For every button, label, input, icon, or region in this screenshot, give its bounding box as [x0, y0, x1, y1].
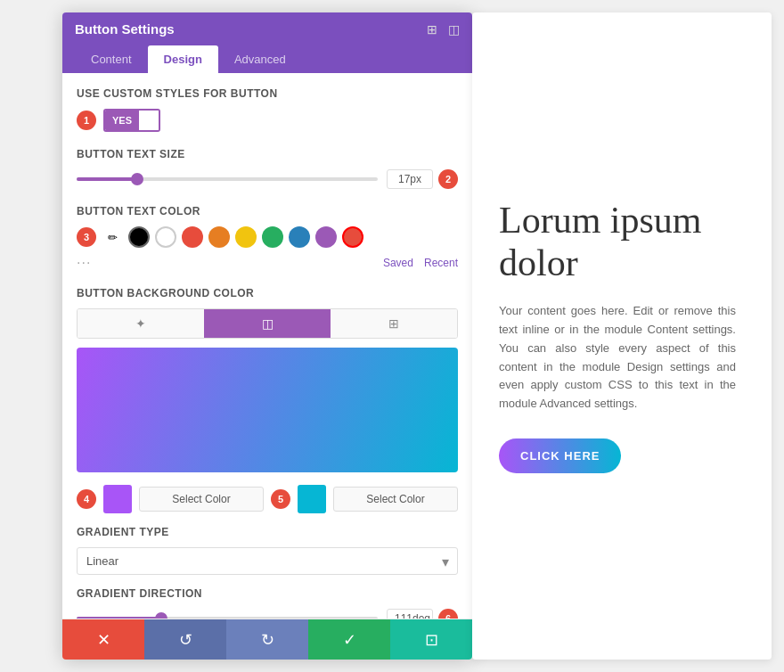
- undo-button[interactable]: ↺: [144, 619, 226, 660]
- redo-button[interactable]: ↻: [226, 619, 308, 660]
- toggle-yes[interactable]: YES: [105, 111, 139, 130]
- bg-tab-gradient[interactable]: ◫: [204, 309, 331, 338]
- color-pencil-icon[interactable]: ✏: [102, 226, 123, 248]
- swatch-white[interactable]: [155, 226, 176, 248]
- step-badge-2: 2: [438, 169, 458, 189]
- gradient-type-section: Gradient Type Linear Radial: [77, 526, 458, 575]
- panel-title: Button Settings: [75, 21, 175, 37]
- expand-icon[interactable]: ⊞: [427, 22, 437, 37]
- saved-link[interactable]: Saved: [383, 257, 413, 269]
- gradient-type-label: Gradient Type: [77, 526, 458, 538]
- split-icon[interactable]: ◫: [448, 22, 460, 37]
- toggle-no[interactable]: [139, 111, 159, 130]
- color-stop-row: 4 Select Color 5 Select Color: [77, 485, 458, 513]
- color-stop-swatch-2[interactable]: [298, 485, 326, 513]
- custom-styles-toggle[interactable]: YES: [103, 109, 160, 132]
- preview-button[interactable]: CLICK HERE: [499, 438, 621, 473]
- bg-tab-image[interactable]: ⊞: [331, 309, 457, 338]
- panel-header-icons: ⊞ ◫: [427, 22, 460, 37]
- step-badge-1: 1: [77, 111, 96, 130]
- color-dots[interactable]: ···: [77, 255, 91, 271]
- text-color-label: Button Text Color: [77, 205, 458, 217]
- settings-panel: Button Settings ⊞ ◫ Content Design Advan…: [62, 12, 472, 660]
- preview-heading: Lorum ipsum dolor: [499, 199, 736, 284]
- color-stop-btn-2[interactable]: Select Color: [333, 487, 458, 512]
- color-stop-swatch-1[interactable]: [103, 485, 132, 513]
- panel-header: Button Settings ⊞ ◫: [62, 12, 472, 45]
- swatch-yellow[interactable]: [235, 226, 257, 248]
- text-size-value-box: 17px 2: [387, 169, 458, 189]
- text-size-section: Button Text Size 17px 2: [77, 148, 458, 189]
- text-size-value[interactable]: 17px: [387, 169, 433, 189]
- text-size-slider-row: 17px 2: [77, 169, 458, 189]
- gradient-direction-value[interactable]: 111deg: [387, 609, 433, 619]
- gradient-direction-label: Gradient Direction: [77, 587, 458, 600]
- bg-tab-solid[interactable]: ✦: [78, 309, 204, 338]
- color-stop-1: 4 Select Color: [77, 485, 264, 513]
- text-color-section: Button Text Color 3 ✏ ··· Saved Recent: [77, 205, 458, 271]
- gradient-type-wrapper: Linear Radial: [77, 547, 458, 575]
- saved-recent-links: Saved Recent: [383, 257, 458, 269]
- swatch-green[interactable]: [262, 226, 283, 248]
- bg-color-section: Button Background Color ✦ ◫ ⊞ 4 Select C…: [77, 287, 458, 619]
- step-badge-6: 6: [438, 609, 458, 619]
- gradient-direction-section: Gradient Direction 111deg 6: [77, 587, 458, 619]
- step-badge-3: 3: [77, 227, 96, 247]
- panel-footer: ✕ ↺ ↻ ✓ ⊡: [62, 619, 472, 660]
- color-swatch-row: 3 ✏: [77, 226, 458, 248]
- panel-body: Use Custom Styles for Button 1 YES Butto…: [62, 73, 472, 619]
- custom-styles-label: Use Custom Styles for Button: [77, 87, 458, 100]
- swatch-accent[interactable]: [342, 226, 363, 248]
- text-size-label: Button Text Size: [77, 148, 458, 160]
- tab-content[interactable]: Content: [75, 45, 148, 73]
- step-badge-5: 5: [271, 489, 290, 509]
- color-stop-2: 5 Select Color: [271, 485, 458, 513]
- tab-advanced[interactable]: Advanced: [218, 45, 302, 73]
- toggle-row: 1 YES: [77, 109, 458, 132]
- recent-link[interactable]: Recent: [424, 257, 458, 269]
- tab-design[interactable]: Design: [148, 45, 218, 73]
- gradient-direction-value-box: 111deg 6: [387, 609, 458, 619]
- swatch-orange[interactable]: [208, 226, 230, 248]
- gradient-direction-track[interactable]: [77, 617, 378, 619]
- preview-panel: Lorum ipsum dolor Your content goes here…: [472, 12, 772, 660]
- bg-color-label: Button Background Color: [77, 287, 458, 299]
- step-badge-4: 4: [77, 489, 96, 509]
- text-size-track[interactable]: [77, 177, 378, 181]
- extra-button[interactable]: ⊡: [390, 619, 472, 660]
- tabs: Content Design Advanced: [62, 45, 472, 73]
- preview-body: Your content goes here. Edit or remove t…: [499, 302, 736, 414]
- swatch-black[interactable]: [128, 226, 150, 248]
- gradient-picker[interactable]: [77, 348, 458, 472]
- swatch-blue[interactable]: [289, 226, 310, 248]
- save-button[interactable]: ✓: [308, 619, 390, 660]
- close-button[interactable]: ✕: [62, 619, 144, 660]
- gradient-type-select[interactable]: Linear Radial: [77, 547, 458, 575]
- swatch-red[interactable]: [182, 226, 203, 248]
- gradient-direction-slider-row: 111deg 6: [77, 609, 458, 619]
- color-stop-btn-1[interactable]: Select Color: [139, 487, 264, 512]
- bg-type-tabs: ✦ ◫ ⊞: [77, 308, 458, 339]
- swatch-purple[interactable]: [315, 226, 337, 248]
- saved-recent-row: ··· Saved Recent: [77, 255, 458, 271]
